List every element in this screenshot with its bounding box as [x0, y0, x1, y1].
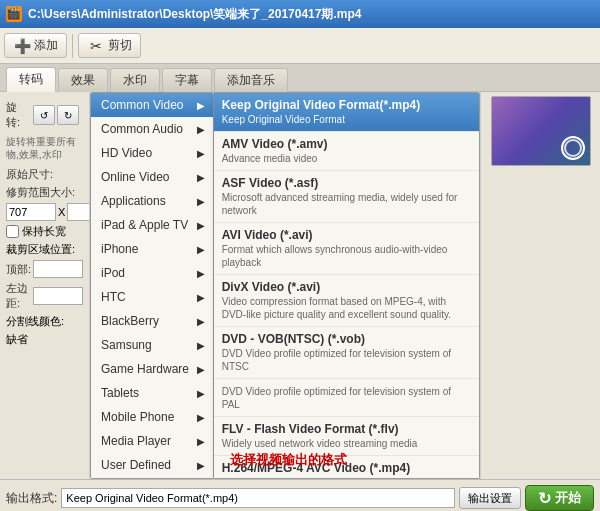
arrow-icon: ▶ — [197, 316, 205, 327]
format-desc: Format which allows synchronous audio-wi… — [222, 243, 471, 269]
format-asf[interactable]: ASF Video (*.asf) Microsoft advanced str… — [214, 171, 479, 223]
rotate-right-button[interactable]: ↻ — [57, 105, 79, 125]
color-label: 分割线颜色: — [6, 314, 64, 329]
categories-menu: Common Video ▶ Common Audio ▶ HD Video ▶… — [90, 92, 214, 479]
category-common-audio[interactable]: Common Audio ▶ — [91, 117, 213, 141]
main-area: 旋转: ↺ ↻ 旋转将重要所有物,效果,水印 原始尺寸: 修剪范围大小: X 保… — [0, 92, 600, 479]
category-label: Game Hardware — [101, 362, 189, 376]
output-format-label: 输出格式: — [6, 490, 57, 507]
category-common-video[interactable]: Common Video ▶ — [91, 93, 213, 117]
add-icon: ➕ — [13, 38, 31, 54]
category-label: User Defined — [101, 458, 171, 472]
tab-transcode[interactable]: 转码 — [6, 67, 56, 92]
category-blackberry[interactable]: BlackBerry ▶ — [91, 309, 213, 333]
output-format-row: 输出格式: 输出设置 ↻ 开始 — [6, 485, 594, 511]
format-name: Keep Original Video Format(*.mp4) — [222, 98, 471, 112]
category-mobile-phone[interactable]: Mobile Phone ▶ — [91, 405, 213, 429]
rotation-controls: ↺ ↻ — [29, 103, 83, 127]
format-dropdown: Common Video ▶ Common Audio ▶ HD Video ▶… — [90, 92, 480, 479]
rotate-notice: 旋转将重要所有物,效果,水印 — [6, 133, 83, 163]
left-input[interactable] — [33, 287, 83, 305]
arrow-icon: ▶ — [197, 388, 205, 399]
top-input[interactable] — [33, 260, 83, 278]
category-online-video[interactable]: Online Video ▶ — [91, 165, 213, 189]
format-avi[interactable]: AVI Video (*.avi) Format which allows sy… — [214, 223, 479, 275]
category-media-player[interactable]: Media Player ▶ — [91, 429, 213, 453]
arrow-icon: ▶ — [197, 412, 205, 423]
output-format-input[interactable] — [61, 488, 455, 508]
category-htc[interactable]: HTC ▶ — [91, 285, 213, 309]
height-input[interactable] — [67, 203, 90, 221]
title-bar: 🎬 C:\Users\Administrator\Desktop\笑端来了_20… — [0, 0, 600, 28]
format-dvd-pal[interactable]: DVD Video profile optimized for televisi… — [214, 379, 479, 417]
format-desc: Video compression format based on MPEG-4… — [222, 295, 471, 321]
category-samsung[interactable]: Samsung ▶ — [91, 333, 213, 357]
start-label: 开始 — [555, 489, 581, 507]
category-applications[interactable]: Applications ▶ — [91, 189, 213, 213]
format-divx[interactable]: DivX Video (*.avi) Video compression for… — [214, 275, 479, 327]
arrow-icon: ▶ — [197, 100, 205, 111]
category-ipad[interactable]: iPad & Apple TV ▶ — [91, 213, 213, 237]
category-ipod[interactable]: iPod ▶ — [91, 261, 213, 285]
width-input[interactable] — [6, 203, 56, 221]
x-separator: X — [58, 206, 65, 218]
category-label: Samsung — [101, 338, 152, 352]
cut-button[interactable]: ✂ 剪切 — [78, 33, 141, 58]
rotate-left-button[interactable]: ↺ — [33, 105, 55, 125]
category-label: HD Video — [101, 146, 152, 160]
tab-add-music[interactable]: 添加音乐 — [214, 68, 288, 92]
category-label: Tablets — [101, 386, 139, 400]
toolbar: ➕ 添加 ✂ 剪切 — [0, 28, 600, 64]
format-desc: Keep Original Video Format — [222, 113, 471, 126]
category-game-hardware[interactable]: Game Hardware ▶ — [91, 357, 213, 381]
category-user-defined[interactable]: User Defined ▶ — [91, 453, 213, 477]
arrow-icon: ▶ — [197, 460, 205, 471]
category-label: HTC — [101, 290, 126, 304]
category-hd-video[interactable]: HD Video ▶ — [91, 141, 213, 165]
tab-watermark[interactable]: 水印 — [110, 68, 160, 92]
format-name: DVD - VOB(NTSC) (*.vob) — [222, 332, 471, 346]
tab-effects[interactable]: 效果 — [58, 68, 108, 92]
arrow-icon: ▶ — [197, 172, 205, 183]
format-name: DivX Video (*.avi) — [222, 280, 471, 294]
category-iphone[interactable]: iPhone ▶ — [91, 237, 213, 261]
left-label: 左边距: — [6, 281, 33, 311]
category-label: iPod — [101, 266, 125, 280]
arrow-icon: ▶ — [197, 244, 205, 255]
right-panel: 转换视频 ↱ — [480, 92, 600, 479]
format-amv[interactable]: AMV Video (*.amv) Advance media video — [214, 132, 479, 171]
cut-label: 剪切 — [108, 37, 132, 54]
tab-subtitle[interactable]: 字幕 — [162, 68, 212, 92]
output-settings-button[interactable]: 输出设置 — [459, 487, 521, 509]
category-label: iPhone — [101, 242, 138, 256]
category-tablets[interactable]: Tablets ▶ — [91, 381, 213, 405]
start-button[interactable]: ↻ 开始 — [525, 485, 594, 511]
keep-ratio-checkbox[interactable] — [6, 225, 19, 238]
annotation-select-format: 选择视频输出的格式 — [230, 451, 347, 469]
arrow-icon: ▶ — [197, 292, 205, 303]
arrow-icon: ▶ — [197, 196, 205, 207]
format-dvd-ntsc[interactable]: DVD - VOB(NTSC) (*.vob) DVD Video profil… — [214, 327, 479, 379]
category-label: Media Player — [101, 434, 171, 448]
arrow-icon: ▶ — [197, 268, 205, 279]
category-label: Mobile Phone — [101, 410, 174, 424]
default-label: 缺省 — [6, 332, 28, 347]
category-recent[interactable]: Recent ▶ — [91, 477, 213, 479]
arrow-icon: ▶ — [197, 340, 205, 351]
preview-thumbnail — [491, 96, 591, 166]
toolbar-separator — [72, 34, 73, 58]
category-label: Applications — [101, 194, 166, 208]
format-desc: Extension of MPEG-4 video format,with hi… — [222, 476, 471, 479]
add-button[interactable]: ➕ 添加 — [4, 33, 67, 58]
left-panel: 旋转: ↺ ↻ 旋转将重要所有物,效果,水印 原始尺寸: 修剪范围大小: X 保… — [0, 92, 90, 479]
format-desc: Widely used network video streaming medi… — [222, 437, 471, 450]
category-label: Common Audio — [101, 122, 183, 136]
add-label: 添加 — [34, 37, 58, 54]
format-original-mp4[interactable]: Keep Original Video Format(*.mp4) Keep O… — [214, 93, 479, 132]
format-name: ASF Video (*.asf) — [222, 176, 471, 190]
file-path: C:\Users\Administrator\Desktop\笑端来了_2017… — [28, 6, 594, 23]
app-icon: 🎬 — [6, 6, 22, 22]
refresh-icon: ↻ — [538, 489, 551, 508]
keep-ratio-label: 保持长宽 — [22, 224, 66, 239]
arrow-icon: ▶ — [197, 124, 205, 135]
